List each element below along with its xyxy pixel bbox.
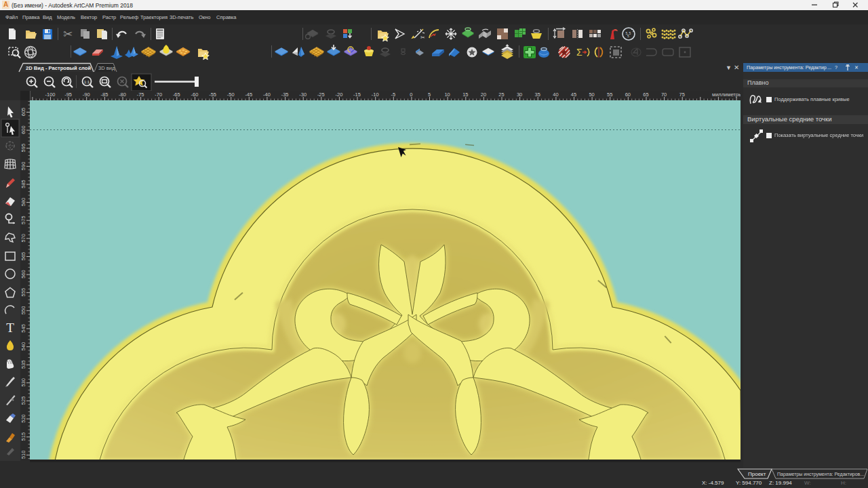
svg-text:-40: -40 (263, 92, 271, 98)
svg-text:570: 570 (20, 234, 26, 243)
svg-text:-25: -25 (317, 92, 325, 98)
svg-text:-50: -50 (227, 92, 235, 98)
svg-text:-70: -70 (155, 92, 162, 98)
svg-text:1:1: 1:1 (84, 80, 90, 84)
svg-text:-95: -95 (64, 92, 72, 98)
svg-text:65: 65 (643, 92, 648, 98)
svg-text:миллиметры: миллиметры (712, 92, 741, 98)
svg-text:0: 0 (410, 92, 412, 98)
svg-text:595: 595 (20, 144, 26, 152)
svg-text:550: 550 (20, 306, 26, 315)
svg-text:-35: -35 (281, 92, 289, 98)
svg-text:55: 55 (607, 92, 612, 98)
svg-text:-90: -90 (83, 92, 90, 98)
svg-text:5: 5 (428, 92, 431, 98)
svg-text:✂: ✂ (63, 28, 73, 41)
svg-text:-15: -15 (353, 92, 361, 98)
svg-text:-60: -60 (191, 92, 199, 98)
svg-text:Проект: Проект (748, 471, 766, 477)
svg-text:515: 515 (20, 432, 26, 441)
svg-text:✂: ✂ (420, 35, 425, 41)
svg-text:35: 35 (535, 92, 540, 98)
svg-text:530: 530 (20, 378, 26, 387)
svg-text:5: 5 (627, 34, 629, 38)
svg-text:25: 25 (498, 92, 504, 98)
svg-text:30: 30 (517, 92, 522, 98)
svg-text:560: 560 (20, 270, 26, 279)
svg-text:555: 555 (20, 288, 26, 297)
svg-text:Параметры инструмента: Редакти: Параметры инструмента: Редактиров... (777, 472, 864, 477)
svg-text:-55: -55 (209, 92, 216, 98)
svg-text:3D вид: 3D вид (98, 65, 115, 71)
svg-text:2D Вид - Растровый слой: 2D Вид - Растровый слой (26, 65, 91, 71)
svg-text:Σ: Σ (576, 47, 583, 58)
svg-text:-20: -20 (335, 92, 342, 98)
svg-text:75: 75 (679, 92, 685, 98)
svg-text:605: 605 (20, 108, 26, 117)
svg-text:40: 40 (553, 92, 558, 98)
svg-text:585: 585 (20, 180, 26, 188)
svg-text:45: 45 (571, 92, 576, 98)
svg-text:50: 50 (589, 92, 594, 98)
svg-text:5: 5 (629, 31, 631, 35)
svg-text:-85: -85 (100, 92, 108, 98)
svg-text:70: 70 (661, 92, 667, 98)
svg-text:520: 520 (20, 414, 26, 423)
svg-text:580: 580 (20, 198, 26, 207)
svg-text:-5: -5 (391, 92, 395, 98)
svg-text:510: 510 (20, 451, 26, 460)
svg-text:-65: -65 (173, 92, 180, 98)
svg-text:565: 565 (20, 252, 26, 261)
svg-text:10: 10 (444, 92, 450, 98)
svg-text:590: 590 (20, 162, 26, 171)
svg-text:540: 540 (20, 342, 26, 351)
svg-text:60: 60 (625, 92, 631, 98)
svg-text:-75: -75 (137, 92, 144, 98)
svg-text:545: 545 (20, 324, 26, 333)
svg-text:T: T (6, 321, 14, 335)
svg-text:-30: -30 (299, 92, 307, 98)
svg-text:525: 525 (20, 396, 26, 405)
svg-text:-45: -45 (245, 92, 252, 98)
svg-text:-100: -100 (45, 92, 55, 98)
svg-text:535: 535 (20, 360, 26, 369)
svg-text:600: 600 (20, 125, 26, 134)
svg-text:15: 15 (462, 92, 468, 98)
svg-text:575: 575 (20, 216, 26, 224)
svg-text:20: 20 (481, 92, 486, 98)
svg-text:-80: -80 (119, 92, 126, 98)
svg-text:-10: -10 (372, 92, 379, 98)
